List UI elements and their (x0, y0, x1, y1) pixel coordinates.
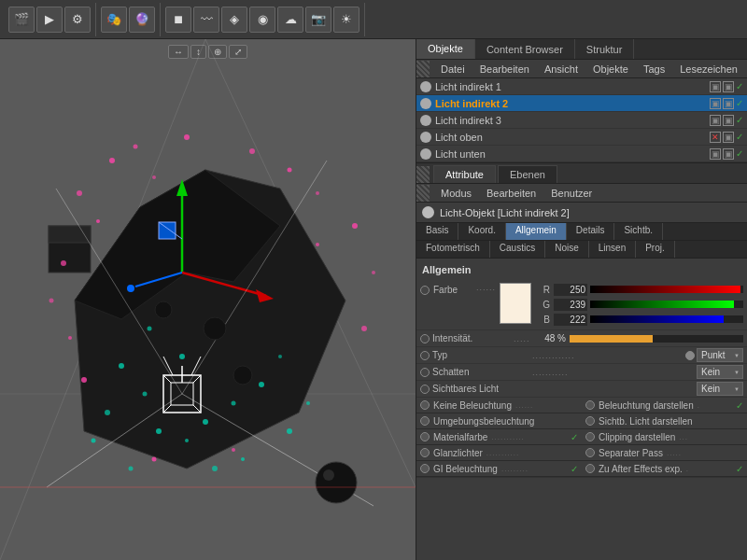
menu-objekte[interactable]: Objekte (585, 62, 636, 77)
toolbar-icon-play[interactable]: ▶ (36, 7, 63, 33)
obj-icon-licht3 (420, 115, 431, 126)
tab-attribute[interactable]: Attribute (433, 165, 496, 183)
svg-point-56 (129, 467, 134, 471)
tab-struktur[interactable]: Struktur (575, 39, 635, 59)
toolbar-icon-curve[interactable]: 〰 (193, 7, 219, 33)
check-radio-gi[interactable] (420, 464, 430, 473)
flag-render-licht2: ▣ (723, 98, 734, 109)
svg-point-33 (96, 219, 100, 223)
check-label-keine: Keine Beleuchtung (433, 400, 512, 411)
toolbar-icon-film[interactable]: 🎬 (8, 7, 35, 33)
prop-tab-basis[interactable]: Basis (416, 223, 458, 240)
menu-tags[interactable]: Tags (636, 62, 672, 77)
channel-b-input[interactable] (554, 314, 587, 326)
attr-menu-benutzer[interactable]: Benutzer (543, 186, 599, 201)
prop-tab-sichtb[interactable]: Sichtb. (614, 223, 663, 240)
check-radio-sld[interactable] (585, 416, 595, 426)
color-channels: R G B (537, 283, 743, 326)
tab-content-browser[interactable]: Content Browser (475, 39, 575, 59)
tab-ebenen[interactable]: Ebenen (498, 165, 557, 183)
obj-icon-lichtoben (420, 132, 431, 143)
check-radio-keine[interactable] (420, 400, 430, 410)
svg-point-30 (288, 168, 292, 173)
prop-tab-koord[interactable]: Koord. (458, 223, 505, 240)
svg-point-60 (148, 327, 152, 331)
toolbar-icon-camera[interactable]: 📷 (305, 7, 331, 33)
prop-tab-linsen[interactable]: Linsen (589, 241, 636, 258)
menu-ansicht[interactable]: Ansicht (537, 62, 585, 77)
check-glanzlichter: Glanzlichter ........... (416, 445, 582, 461)
svg-point-43 (232, 448, 235, 452)
main-container: ↔ ↕ ⊕ ⤢ (0, 39, 747, 560)
schatten-dropdown[interactable]: Kein (697, 365, 743, 379)
obj-row-licht3[interactable]: Licht indirekt 3 ▣ ▣ ✓ (416, 112, 747, 129)
check-mark-mf: ✓ (571, 432, 578, 442)
flag-check-licht1: ✓ (736, 81, 743, 91)
sichtbares-licht-row: Sichtbares Licht Kein (416, 381, 747, 398)
prop-tab-proj[interactable]: Proj. (636, 241, 675, 258)
obj-row-lichtoben[interactable]: Licht oben ✕ ▣ ✓ (416, 129, 747, 146)
schatten-radio[interactable] (420, 368, 430, 377)
typ-radio[interactable] (420, 351, 430, 360)
svg-point-29 (249, 148, 255, 154)
schatten-label: Schatten (430, 367, 532, 377)
attr-menu-bearbeiten[interactable]: Bearbeiten (479, 186, 543, 201)
check-radio-ub[interactable] (420, 416, 430, 426)
toolbar-icon-render[interactable]: 🔮 (129, 7, 155, 33)
svg-point-41 (361, 326, 367, 331)
toolbar-icon-cube[interactable]: ■ (165, 7, 191, 33)
menu-datei[interactable]: Datei (433, 62, 472, 77)
svg-point-46 (156, 428, 162, 434)
prop-tabs-row1: Basis Koord. Allgemein Details Sichtb. (416, 223, 747, 241)
check-mark-ae: ✓ (736, 464, 743, 474)
svg-point-32 (77, 190, 82, 196)
section-allgemein: Allgemein (416, 262, 747, 279)
check-dots-keine: ...... (515, 401, 574, 410)
toolbar-icon-env[interactable]: ☁ (277, 7, 303, 33)
check-radio-sp[interactable] (585, 448, 595, 457)
prop-tab-details[interactable]: Details (567, 223, 615, 240)
svg-point-36 (68, 336, 72, 340)
menu-bearbeiten[interactable]: Bearbeiten (472, 62, 537, 77)
prop-tab-noise[interactable]: Noise (545, 241, 589, 258)
toolbar-icon-deform[interactable]: ◉ (249, 7, 275, 33)
prop-tab-fotometrisch[interactable]: Fotometrisch (416, 241, 490, 258)
color-swatch[interactable] (500, 283, 531, 324)
check-radio-gl[interactable] (420, 448, 430, 457)
check-radio-bd[interactable] (585, 400, 595, 410)
typ-dropdown[interactable]: Punkt (697, 348, 743, 362)
svg-point-42 (152, 457, 157, 462)
attr-menu-modus[interactable]: Modus (433, 186, 479, 201)
check-radio-cd[interactable] (585, 432, 595, 441)
farbe-radio[interactable] (420, 286, 430, 295)
prop-tab-caustics[interactable]: Caustics (490, 241, 545, 258)
typ-dots: ............. (532, 351, 685, 360)
svg-point-20 (127, 285, 134, 292)
toolbar-icon-settings[interactable]: ⚙ (64, 7, 91, 33)
obj-row-licht1[interactable]: Licht indirekt 1 ▣ ▣ ✓ (416, 78, 747, 95)
channel-r-input[interactable] (554, 284, 587, 296)
svg-point-40 (372, 271, 375, 274)
3d-viewport[interactable]: ↔ ↕ ⊕ ⤢ (0, 39, 416, 560)
intensitat-radio[interactable] (420, 334, 430, 343)
svg-point-52 (105, 410, 110, 415)
toolbar-icon-nurbs[interactable]: ◈ (221, 7, 247, 33)
svg-point-35 (49, 299, 54, 303)
menu-lesezeichen[interactable]: Lesezeichen (672, 62, 745, 77)
toolbar-group-1: 🎬 ▶ ⚙ (4, 3, 96, 36)
flag-check-licht3: ✓ (736, 115, 743, 125)
prop-tab-allgemein[interactable]: Allgemein (506, 223, 567, 240)
tab-objekte[interactable]: Objekte (416, 39, 475, 59)
check-materialfarbe: Materialfarbe ........... ✓ (416, 429, 582, 445)
sichtbares-licht-radio[interactable] (420, 385, 430, 394)
toolbar-icon-scene[interactable]: 🎭 (101, 7, 127, 33)
channel-g-input[interactable] (554, 299, 587, 311)
sichtbares-licht-dropdown[interactable]: Kein (697, 382, 743, 396)
check-mark-bd: ✓ (736, 400, 743, 411)
svg-point-28 (152, 175, 156, 179)
check-radio-ae[interactable] (585, 464, 595, 473)
check-radio-mf[interactable] (420, 432, 430, 441)
toolbar-icon-light[interactable]: ☀ (333, 7, 359, 33)
obj-row-lichtunten[interactable]: Licht unten ▣ ▣ ✓ (416, 146, 747, 162)
obj-row-licht2[interactable]: Licht indirekt 2 ▣ ▣ ✓ (416, 95, 747, 112)
